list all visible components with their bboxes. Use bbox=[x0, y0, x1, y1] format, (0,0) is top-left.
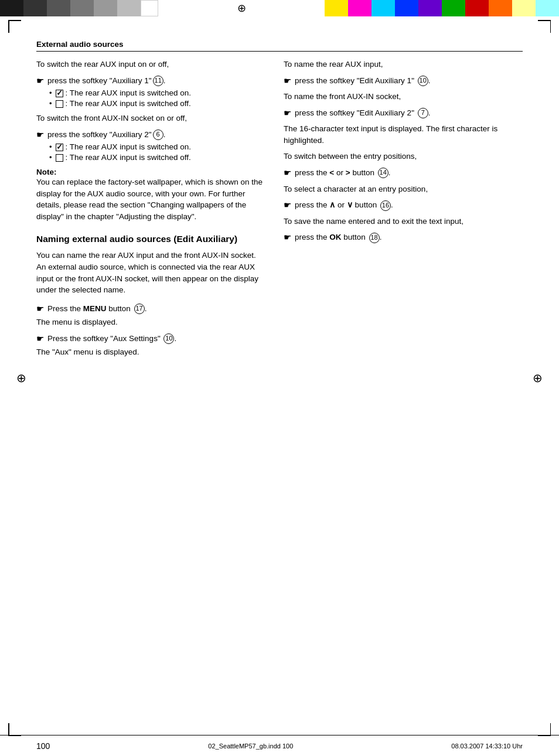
right-p4: To switch between the entry positions, bbox=[284, 151, 523, 162]
instruction-aux1: ☛ press the softkey "Auxiliary 1"11. bbox=[36, 75, 265, 87]
bullet-dot-2: • bbox=[49, 99, 52, 108]
bullet-dot-3: • bbox=[49, 142, 52, 151]
bullet-aux1-off: • : The rear AUX input is switched off. bbox=[49, 99, 265, 108]
bullet-aux1-on-text: : The rear AUX input is switched on. bbox=[66, 88, 191, 97]
finger-icon-4: ☛ bbox=[36, 333, 44, 344]
corner-mark-bl-v bbox=[8, 723, 9, 736]
circle-14: 14 bbox=[378, 168, 388, 178]
checkbox-empty-1 bbox=[56, 99, 66, 108]
instruction-aux-settings: ☛ Press the softkey "Aux Settings" 10. bbox=[36, 333, 265, 345]
circle-7: 7 bbox=[418, 108, 428, 118]
instruction-menu-text: Press the MENU button 17. bbox=[47, 303, 146, 315]
instruction-lr-button-text: press the < or > button 14. bbox=[295, 167, 390, 179]
corner-mark-tr-h bbox=[538, 20, 551, 21]
bullet-aux2-off-text: : The rear AUX input is switched off. bbox=[66, 153, 191, 162]
right-p3: The 16-character text input is displayed… bbox=[284, 123, 523, 146]
checkbox-empty-2 bbox=[56, 153, 66, 162]
right-p5: To select a character at an entry positi… bbox=[284, 183, 523, 195]
right-column: To name the rear AUX input, ☛ press the … bbox=[284, 59, 523, 363]
right-p1: To name the rear AUX input, bbox=[284, 59, 523, 70]
corner-mark-br-v bbox=[550, 723, 551, 736]
circle-11: 11 bbox=[153, 76, 163, 86]
instruction-edit-aux2: ☛ press the softkey "Edit Auxiliary 2" 7… bbox=[284, 107, 523, 119]
naming-body: You can name the rear AUX input and the … bbox=[36, 250, 265, 295]
color-bar: ⊕ bbox=[0, 0, 559, 16]
instruction-menu: ☛ Press the MENU button 17. bbox=[36, 303, 265, 315]
finger-icon-1: ☛ bbox=[36, 76, 44, 86]
corner-mark-tl-h bbox=[8, 20, 21, 21]
left-column: To switch the rear AUX input on or off, … bbox=[36, 59, 265, 363]
bullet-aux2-off: • : The rear AUX input is switched off. bbox=[49, 153, 265, 162]
bullet-dot-1: • bbox=[49, 88, 52, 97]
instruction-ud-button: ☛ press the ∧ or ∨ button 16. bbox=[284, 199, 523, 211]
section-heading: External audio sources bbox=[36, 40, 523, 52]
menu-displayed: The menu is displayed. bbox=[36, 316, 265, 328]
checkbox-checked-1 bbox=[56, 88, 66, 97]
right-p6: To save the name entered and to exit the… bbox=[284, 216, 523, 227]
finger-icon-r3: ☛ bbox=[284, 168, 291, 178]
circle-10-left: 10 bbox=[163, 333, 174, 344]
instruction-menu-line: ☛ Press the MENU button 17. bbox=[36, 303, 265, 315]
circle-10-r1: 10 bbox=[418, 76, 428, 86]
right-p2: To name the front AUX-IN socket, bbox=[284, 91, 523, 103]
naming-section: Naming external audio sources (Edit Auxi… bbox=[36, 233, 265, 358]
instruction-ok-button: ☛ press the OK button 18. bbox=[284, 231, 523, 243]
page-content: External audio sources To switch the rea… bbox=[36, 40, 523, 721]
finger-icon-r2: ☛ bbox=[284, 108, 291, 118]
instruction-aux2: ☛ press the softkey "Auxiliary 2"6. bbox=[36, 129, 265, 141]
instruction-aux-settings-text: Press the softkey "Aux Settings" 10. bbox=[47, 333, 176, 345]
bullet-dot-4: • bbox=[49, 153, 52, 162]
instruction-ud-button-text: press the ∧ or ∨ button 16. bbox=[295, 199, 393, 211]
footer-filename: 02_SeattleMP57_gb.indd 100 bbox=[208, 743, 293, 750]
footer-date: 08.03.2007 14:33:10 Uhr bbox=[451, 743, 523, 750]
menu-bold: MENU bbox=[83, 304, 107, 313]
finger-icon-3: ☛ bbox=[36, 304, 44, 314]
finger-icon-r5: ☛ bbox=[284, 232, 291, 243]
instruction-lr-button: ☛ press the < or > button 14. bbox=[284, 167, 523, 179]
instruction-edit-aux2-text: press the softkey "Edit Auxiliary 2" 7. bbox=[295, 107, 430, 119]
down-arrow: ∨ bbox=[347, 200, 353, 209]
left-p2: To switch the front AUX-IN socket on or … bbox=[36, 113, 265, 124]
finger-icon-r4: ☛ bbox=[284, 200, 291, 210]
bullet-aux2-on-text: : The rear AUX input is switched on. bbox=[66, 142, 191, 151]
less-than: < bbox=[329, 168, 334, 177]
instruction-edit-aux1-text: press the softkey "Edit Auxiliary 1" 10. bbox=[295, 75, 430, 87]
finger-icon-2: ☛ bbox=[36, 130, 44, 140]
up-arrow: ∧ bbox=[329, 200, 335, 209]
circle-17: 17 bbox=[134, 304, 145, 314]
left-p1: To switch the rear AUX input on or off, bbox=[36, 59, 265, 70]
circle-6: 6 bbox=[153, 130, 163, 140]
greater-than: > bbox=[346, 168, 350, 177]
naming-heading: Naming external audio sources (Edit Auxi… bbox=[36, 233, 265, 246]
crosshair-center: ⊕ bbox=[233, 0, 250, 16]
reg-mark-left: ⊕ bbox=[16, 371, 26, 385]
finger-icon-r1: ☛ bbox=[284, 76, 291, 86]
page-number: 100 bbox=[36, 741, 50, 751]
note-title: Note: bbox=[36, 168, 265, 176]
bullet-aux1-off-text: : The rear AUX input is switched off. bbox=[66, 99, 191, 108]
checkbox-checked-2 bbox=[56, 142, 66, 151]
circle-18: 18 bbox=[369, 233, 380, 243]
instruction-aux1-text: press the softkey "Auxiliary 1"11. bbox=[47, 75, 165, 87]
corner-mark-tl-v bbox=[8, 20, 9, 33]
instruction-edit-aux1: ☛ press the softkey "Edit Auxiliary 1" 1… bbox=[284, 75, 523, 87]
bullet-aux1-on: • : The rear AUX input is switched on. bbox=[49, 88, 265, 97]
footer-bar: 100 02_SeattleMP57_gb.indd 100 08.03.200… bbox=[0, 735, 559, 756]
note-body: You can replace the factory-set wallpape… bbox=[36, 176, 265, 222]
aux-menu-displayed: The "Aux" menu is displayed. bbox=[36, 346, 265, 358]
circle-16: 16 bbox=[380, 200, 391, 211]
corner-mark-tr-v bbox=[550, 20, 551, 33]
note-box: Note: You can replace the factory-set wa… bbox=[36, 168, 265, 222]
instruction-ok-button-text: press the OK button 18. bbox=[295, 231, 381, 243]
bullet-aux2-on: • : The rear AUX input is switched on. bbox=[49, 142, 265, 151]
ok-bold: OK bbox=[329, 233, 341, 241]
two-column-layout: To switch the rear AUX input on or off, … bbox=[36, 59, 523, 363]
reg-mark-right: ⊕ bbox=[533, 371, 543, 385]
instruction-aux2-text: press the softkey "Auxiliary 2"6. bbox=[47, 129, 165, 141]
